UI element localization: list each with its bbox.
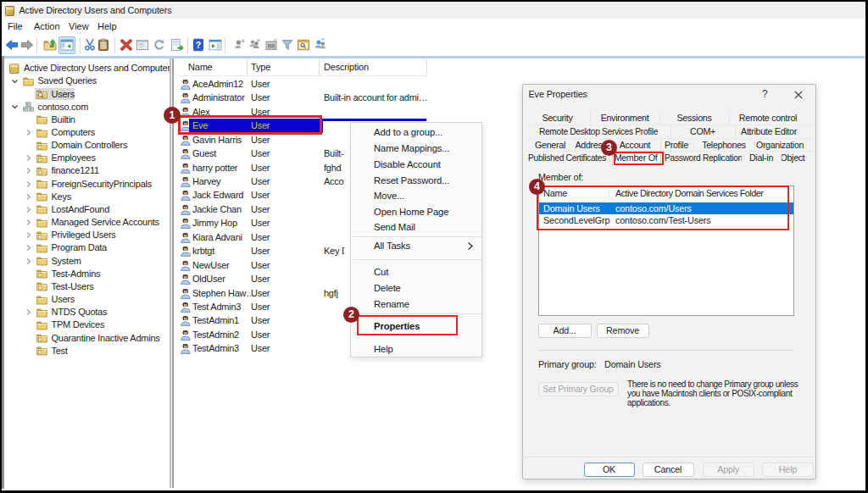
svg-text:?: ? [196,40,201,50]
